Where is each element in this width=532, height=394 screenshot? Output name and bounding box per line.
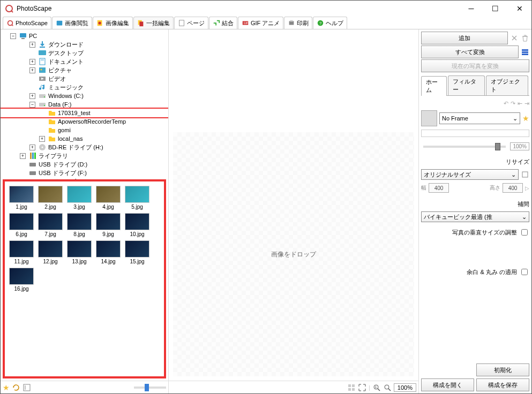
tree-node[interactable]: +BD-RE ドライブ (H:) [1,143,168,151]
redo-icon[interactable]: ↷ [511,100,515,107]
convert-current-button[interactable]: 現在の写真を変換 [421,59,529,72]
minimize-button[interactable]: ─ [459,1,483,17]
app-logo-icon [5,4,13,13]
thumbnail-item[interactable]: 13.jpg [67,240,92,264]
size-select[interactable]: オリジナルサイズ ⌄ [421,169,519,180]
thumbnail-label: 2.jpg [38,204,63,210]
thumbnail-image [9,186,34,203]
tree-node[interactable]: ミュージック [1,83,168,92]
redo-all-icon[interactable]: ⇥ [524,100,529,107]
frame-favorite-icon[interactable]: ★ [522,114,529,123]
tree-node[interactable]: USB ドライブ (D:) [1,160,168,169]
tree-node[interactable]: +ドキュメント [1,57,168,66]
remove-icon[interactable] [510,34,519,42]
svg-rect-16 [20,33,26,37]
thumbnail-item[interactable]: 3.jpg [67,186,92,210]
height-input[interactable] [503,183,523,193]
svg-rect-8 [139,21,143,26]
thumbnail-item[interactable]: 1.jpg [9,186,34,210]
folder-tree[interactable]: −PC+ダウンロードデスクトップ+ドキュメント+ピクチャビデオミュージック+Wi… [1,29,168,179]
tab-印刷[interactable]: 印刷 [284,17,312,29]
right-tab-ホーム[interactable]: ホーム [421,76,447,96]
expand-icon[interactable] [358,383,366,392]
svg-point-23 [41,69,42,71]
reset-button[interactable]: 初期化 [476,363,529,376]
thumbnail-item[interactable]: 6.jpg [9,213,34,237]
settings-icon[interactable] [23,383,31,392]
right-tab-フィルター[interactable]: フィルター [448,75,485,95]
thumbnail-item[interactable]: 12.jpg [38,240,63,264]
center-pane: 画像をドロップ | 1 100% [169,29,419,393]
save-config-button[interactable]: 構成を保存 [476,378,529,391]
tree-node[interactable]: USB ドライブ (F:) [1,169,168,177]
undo-all-icon[interactable]: ⇤ [518,100,522,107]
svg-rect-34 [29,163,36,166]
fld-icon [48,126,56,134]
interp-select[interactable]: バイキュービック最適 (推 ⌄ [421,211,529,222]
thumbnail-item[interactable]: 15.jpg [125,240,149,264]
tab-画像編集[interactable]: 画像編集 [93,17,133,29]
thumbnail-item[interactable]: 10.jpg [125,213,149,237]
tab-ヘルプ[interactable]: ?ヘルプ [313,17,347,29]
thumbnail-image [9,268,34,285]
svg-point-26 [44,96,45,97]
thumbnail-item[interactable]: 5.jpg [125,186,149,210]
tab-画像閲覧[interactable]: 画像閲覧 [52,17,92,29]
svg-line-47 [388,389,391,391]
tree-node[interactable]: +ダウンロード [1,40,168,49]
tree-node-pc[interactable]: −PC [1,32,168,40]
tree-node[interactable]: ビデオ [1,74,168,83]
tree-node[interactable]: ApowersoftRecorderTemp [1,117,168,126]
tree-node[interactable]: +Windows (C:) [1,92,168,100]
thumbnail-item[interactable]: 4.jpg [96,186,121,210]
thumbnail-item[interactable]: 14.jpg [96,240,121,264]
tab-ページ[interactable]: ページ [174,17,208,29]
tree-node[interactable]: 170319_test [1,109,168,117]
tree-node[interactable]: デスクトップ [1,49,168,57]
opacity-slider[interactable] [423,146,506,148]
refresh-icon[interactable] [12,383,20,392]
resize-label: リサイズ [421,158,529,166]
tree-node[interactable]: −Data (F:) [1,100,168,109]
drop-zone[interactable]: 画像をドロップ [173,132,414,376]
tree-node[interactable]: +ライブラリ [1,151,168,160]
fit-icon[interactable] [347,383,356,392]
thumbnail-image [38,240,63,257]
home-panel: ↶ ↷ ⇤ ⇥ No Frame ⌄ ★ 100% [421,97,529,391]
tree-node[interactable]: gomi [1,126,168,134]
add-button[interactable]: 追加 [421,32,508,44]
thumbnail-item[interactable]: 8.jpg [67,213,92,237]
thumbnail-item[interactable]: 2.jpg [38,186,63,210]
maximize-button[interactable]: ☐ [483,1,507,17]
tab-結合[interactable]: 結合 [209,17,237,29]
doc-icon [38,57,47,66]
aspect-lock-icon[interactable] [521,170,529,179]
tab-PhotoScape[interactable]: PhotoScape [3,17,51,29]
undo-icon[interactable]: ↶ [504,100,508,107]
right-tab-オブジェクト[interactable]: オブジェクト [486,75,528,95]
tab-GIF アニメ[interactable]: GIFGIF アニメ [238,17,283,29]
convert-all-button[interactable]: すべて変換 [421,46,519,58]
margin-round-checkbox[interactable] [521,269,528,275]
thumbnail-item[interactable]: 9.jpg [96,213,121,237]
vert-adjust-checkbox[interactable] [521,229,528,236]
zoom-actual-icon[interactable]: 1 [372,383,381,392]
thumbnail-item[interactable]: 16.jpg [9,268,34,292]
tree-node[interactable]: USB ドライブ (G:) [1,177,168,179]
thumbnail-item[interactable]: 11.jpg [9,240,34,264]
tree-node[interactable]: +ピクチャ [1,66,168,74]
thumbnail-item[interactable]: 7.jpg [38,213,63,237]
tree-node[interactable]: +local_nas [1,134,168,143]
open-config-button[interactable]: 構成を開く [421,378,474,391]
zoom-value[interactable]: 100% [394,383,416,392]
width-input[interactable] [429,183,449,193]
tab-一括編集[interactable]: 一括編集 [133,17,174,29]
list-icon[interactable] [521,48,529,56]
close-button[interactable]: ✕ [507,1,531,17]
frame-select[interactable]: No Frame ⌄ [439,112,520,124]
favorite-icon[interactable]: ★ [3,383,10,392]
zoom-icon[interactable] [383,383,392,392]
trash-icon[interactable] [521,34,529,42]
play-icon[interactable]: ▷ [525,185,529,191]
thumb-size-slider[interactable] [134,387,166,389]
